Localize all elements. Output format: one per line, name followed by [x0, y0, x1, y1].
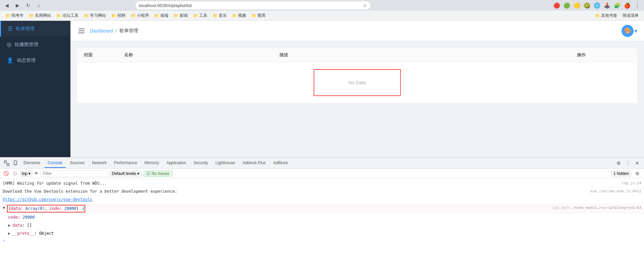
avatar-button[interactable]: 🎨 — [622, 25, 634, 37]
table-section: 封面 名称 描述 操作 No Data — [77, 48, 637, 103]
console-obj-text: {data: Array(0), code: 20000} ℹ — [7, 205, 85, 213]
bookmark-xuexi[interactable]: 📁 学习网站 — [82, 12, 108, 19]
devtools-settings-button[interactable]: ⚙ — [614, 159, 623, 167]
default-levels-selector[interactable]: Default levels ▾ — [110, 171, 142, 177]
devtools-close-button[interactable]: ✕ — [633, 159, 641, 167]
bookmark-shipin[interactable]: 📁 视频 — [230, 12, 248, 19]
folder-icon: 📁 — [213, 13, 218, 18]
col-name: 名称 — [117, 48, 273, 62]
bookmark-qita[interactable]: 📁 其他书签 — [593, 12, 619, 19]
ext-icon-4[interactable]: 🥝 — [583, 1, 591, 9]
ext-icon-8[interactable]: 🍎 — [623, 1, 631, 9]
console-devtools-link[interactable]: https://github.com/vuejs/vue-devtools — [3, 196, 92, 203]
devtools-more-button[interactable]: ⋮ — [624, 159, 632, 167]
sidebar-item-dynamic[interactable]: 👤 动态管理 — [0, 52, 70, 68]
proto-expand-arrow[interactable]: ▶ — [8, 230, 10, 237]
ext-icon-6[interactable]: 🕹️ — [603, 1, 611, 9]
bookmark-shiyong[interactable]: 📁 实用网站 — [27, 12, 53, 19]
svg-rect-1 — [7, 164, 9, 166]
hidden-count-badge: 1 hidden — [611, 171, 631, 177]
devtools-inspect-button[interactable] — [3, 159, 11, 167]
hamburger-button[interactable] — [77, 27, 86, 35]
ext-icon-3[interactable]: 🟡 — [573, 1, 581, 9]
tab-sources[interactable]: Sources — [66, 158, 88, 168]
tab-adblock[interactable]: AdBlock — [270, 158, 291, 168]
folder-icon: 📁 — [174, 13, 179, 18]
back-button[interactable]: ◀ — [3, 1, 11, 9]
app-area: ☰ 歌单管理 ◎ 轮播图管理 👤 动态管理 — [0, 21, 644, 157]
more-menu-button[interactable]: ⋮ — [633, 1, 641, 9]
tab-console[interactable]: Console — [44, 158, 66, 168]
address-bar[interactable]: localhost:9528/#/playlist/list ☆ — [136, 1, 370, 9]
folder-icon: 📁 — [595, 13, 600, 18]
no-issues-badge: ☑ No Issues — [144, 171, 172, 177]
tab-performance[interactable]: Performance — [111, 158, 141, 168]
carousel-icon: ◎ — [7, 41, 11, 48]
no-data-text: No Data — [348, 80, 366, 85]
bookmark-luntan[interactable]: 📁 论坛工具 — [54, 12, 80, 19]
bookmark-gongju[interactable]: 📁 工具 — [191, 12, 209, 19]
folder-icon: 📁 — [56, 13, 61, 18]
console-filter-input[interactable] — [41, 170, 108, 177]
console-clear-button[interactable]: 🚫 — [3, 170, 9, 177]
svg-rect-0 — [4, 161, 6, 163]
reload-button[interactable]: ↻ — [24, 1, 32, 9]
star-icon[interactable]: ☆ — [363, 3, 367, 8]
console-source-1[interactable]: log.js:24 — [621, 180, 641, 186]
url-text: localhost:9528/#/playlist/list — [139, 3, 192, 8]
home-button[interactable]: ⌂ — [35, 1, 43, 9]
folder-icon: 📁 — [5, 13, 10, 18]
console-prompt[interactable]: › — [0, 238, 644, 244]
col-cover: 封面 — [77, 48, 117, 62]
bookmark-zhaopin[interactable]: 📁 招聘 — [109, 12, 127, 19]
tab-adblock-plus[interactable]: Adblock Plus — [239, 158, 269, 168]
dynamic-icon: 👤 — [7, 57, 13, 63]
console-toolbar: 🚫 ⬡ top ▾ 👁 Default levels ▾ ☑ No Issues… — [0, 169, 644, 178]
expand-arrow-obj[interactable]: ▼ — [3, 205, 5, 211]
data-expand-arrow[interactable]: ▶ — [8, 222, 10, 229]
tab-application[interactable]: Application — [163, 158, 190, 168]
default-levels-label: Default levels — [112, 171, 136, 176]
bookmark-yuedu[interactable]: 阅读清单 — [621, 12, 641, 19]
folder-icon: 📁 — [131, 13, 136, 18]
avatar-dropdown-arrow[interactable]: ▾ — [634, 27, 637, 35]
console-obj-proto: ▶ __proto__: Object — [0, 230, 644, 238]
tab-network[interactable]: Network — [89, 158, 110, 168]
breadcrumb-home[interactable]: Dashboard — [90, 28, 113, 34]
tab-security[interactable]: Security — [190, 158, 211, 168]
console-input[interactable] — [6, 238, 641, 243]
bookmark-zhaokaoxue[interactable]: 📁 招考学 — [3, 12, 25, 19]
bookmark-yinyue[interactable]: 📁 音乐 — [211, 12, 229, 19]
bookmark-tuku[interactable]: 📁 图库 — [250, 12, 268, 19]
table-body: No Data — [77, 69, 637, 103]
tab-lighthouse[interactable]: Lighthouse — [212, 158, 238, 168]
console-filter-button[interactable]: ⬡ — [11, 170, 18, 177]
top-context-selector[interactable]: top ▾ — [20, 171, 32, 177]
console-settings-button[interactable]: ⚙ — [633, 170, 641, 178]
info-icon: ℹ — [83, 206, 84, 211]
bookmark-xiaochengxu[interactable]: 📁 小程序 — [129, 12, 151, 19]
ext-icon-1[interactable]: 🔴 — [553, 1, 561, 9]
proto-prop-label: __proto__: Object — [12, 230, 54, 237]
console-vue-text: Download the Vue Devtools extension for … — [3, 188, 177, 195]
console-source-2[interactable]: vue.runtime.esm.js:8412 — [590, 188, 641, 194]
eye-icon[interactable]: 👁 — [34, 171, 39, 176]
sidebar-item-playlist[interactable]: ☰ 歌单管理 — [0, 21, 70, 37]
console-source-3[interactable]: cjs.js?!./node_modul…=script&lang=js&:63 — [552, 205, 641, 211]
devtools-panel: Elements Console Sources Network Perform… — [0, 157, 644, 278]
main-content: Dashboard / 歌单管理 🎨 ▾ 封 — [70, 21, 644, 157]
col-ops: 操作 — [570, 48, 637, 62]
forward-button[interactable]: ▶ — [13, 1, 21, 9]
ext-icon-2[interactable]: 🟢 — [563, 1, 571, 9]
devtools-device-button[interactable] — [11, 159, 19, 167]
sidebar-item-carousel[interactable]: ◎ 轮播图管理 — [0, 37, 70, 52]
tab-elements[interactable]: Elements — [20, 158, 44, 168]
ext-icon-7[interactable]: 🧩 — [613, 1, 621, 9]
ext-icon-5[interactable]: 🌐 — [593, 1, 601, 9]
bookmark-qianduan[interactable]: 📁 前端 — [152, 12, 170, 19]
bookmark-youxiang[interactable]: 📁 邮箱 — [172, 12, 190, 19]
default-levels-arrow: ▾ — [137, 171, 139, 176]
tab-memory[interactable]: Memory — [141, 158, 162, 168]
main-header: Dashboard / 歌单管理 🎨 ▾ — [70, 21, 644, 41]
folder-icon: 📁 — [193, 13, 198, 18]
